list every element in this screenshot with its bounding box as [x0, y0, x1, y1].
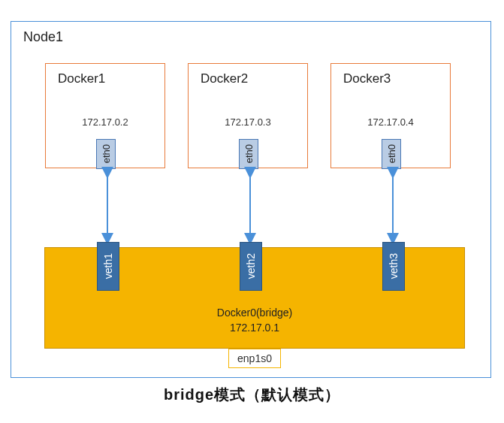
bridge-name: Docker0(bridge)	[45, 307, 464, 319]
docker2-eth0-label: eth0	[243, 144, 255, 163]
node1-box: Node1 Docker1 172.17.0.2 eth0 Docker2 17…	[11, 21, 491, 378]
veth3-label: veth3	[388, 253, 400, 279]
docker3-box: Docker3 172.17.0.4 eth0	[330, 63, 451, 168]
docker3-title: Docker3	[343, 71, 391, 86]
bridge-box: veth1 veth2 veth3 Docker0(bridge) 172.17…	[44, 247, 465, 349]
docker3-eth0: eth0	[382, 139, 401, 169]
diagram-caption: bridge模式（默认模式）	[0, 385, 504, 405]
docker1-box: Docker1 172.17.0.2 eth0	[45, 63, 165, 168]
docker1-title: Docker1	[58, 71, 105, 86]
veth1-label: veth1	[102, 253, 114, 279]
docker3-ip: 172.17.0.4	[331, 116, 450, 128]
docker2-box: Docker2 172.17.0.3 eth0	[188, 63, 308, 168]
node-title: Node1	[23, 29, 63, 45]
docker1-eth0-label: eth0	[101, 144, 112, 163]
link-d1-v1	[101, 168, 113, 243]
veth2-box: veth2	[240, 242, 262, 291]
docker3-eth0-label: eth0	[386, 144, 397, 163]
enp1s0-box: enp1s0	[228, 349, 281, 368]
bridge-ip: 172.17.0.1	[45, 322, 464, 334]
docker1-eth0: eth0	[96, 139, 116, 169]
enp1s0-label: enp1s0	[237, 352, 272, 364]
docker2-eth0: eth0	[239, 139, 258, 169]
veth3-box: veth3	[382, 242, 405, 291]
veth1-box: veth1	[97, 242, 119, 291]
docker1-ip: 172.17.0.2	[46, 116, 164, 128]
docker2-ip: 172.17.0.3	[189, 116, 307, 128]
veth2-label: veth2	[245, 253, 257, 279]
link-d2-v2	[244, 168, 256, 243]
docker2-title: Docker2	[201, 71, 248, 86]
link-d3-v3	[387, 168, 399, 243]
